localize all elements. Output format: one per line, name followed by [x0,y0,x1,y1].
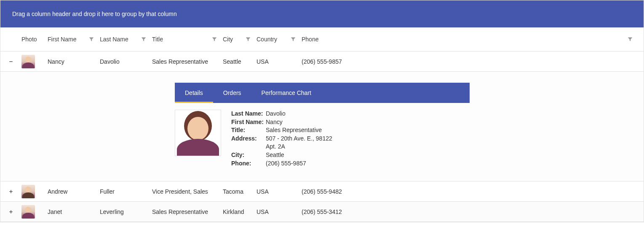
field-label: Phone: [231,159,266,168]
field-city: City: Seattle [231,151,332,159]
photo-cell [21,185,48,198]
cell-title: Sales Representative [152,56,223,68]
cell-lastname: Fuller [100,186,152,197]
cell-title: Sales Representative [152,206,223,218]
header-photo[interactable]: Photo [21,30,48,49]
cell-firstname: Janet [48,206,100,218]
field-lastname: Last Name: Davolio [231,110,332,118]
plus-icon [8,189,13,194]
header-phone[interactable]: Phone [302,27,644,51]
tab-orders[interactable]: Orders [213,83,251,103]
filter-icon[interactable] [208,33,220,45]
detail-fields: Last Name: Davolio First Name: Nancy Tit… [231,110,332,168]
field-address: Address: 507 - 20th Ave. E., 98122 [231,135,332,143]
field-firstname: First Name: Nancy [231,118,332,127]
group-hint: Drag a column header and drop it here to… [12,11,177,17]
expand-button[interactable] [0,209,21,214]
header-firstname[interactable]: First Name [48,27,100,51]
detail-panel: Details Orders Performance Chart Last Na… [0,72,644,181]
filter-icon[interactable] [624,33,636,45]
tab-orders-label: Orders [223,89,241,96]
detail-photo [175,110,221,156]
field-label [231,143,266,151]
field-label: Title: [231,126,266,135]
tab-details[interactable]: Details [175,83,213,103]
cell-country: USA [257,186,302,197]
tab-performance-label: Performance Chart [262,89,311,96]
cell-lastname: Davolio [100,56,152,68]
cell-phone: (206) 555-9482 [302,186,644,197]
field-label: First Name: [231,118,266,127]
group-panel[interactable]: Drag a column header and drop it here to… [0,0,644,27]
header-country-label: Country [257,36,277,43]
field-phone: Phone: (206) 555-9857 [231,159,332,168]
photo-cell [21,55,48,68]
filter-icon[interactable] [138,33,150,45]
avatar [21,185,35,198]
header-title[interactable]: Title [152,27,223,51]
expand-button[interactable] [0,189,21,194]
field-value: Seattle [266,151,332,159]
field-value: Apt. 2A [266,143,332,151]
column-header-row: Photo First Name Last Name Title City [0,27,644,51]
photo-cell [21,205,48,219]
detail-content: Last Name: Davolio First Name: Nancy Tit… [175,103,644,168]
field-value: Sales Representative [266,126,332,135]
header-photo-label: Photo [21,36,37,43]
header-lastname[interactable]: Last Name [100,27,152,51]
cell-title: Vice President, Sales [152,186,223,197]
field-label: Last Name: [231,110,266,118]
grid: Drag a column header and drop it here to… [0,0,644,222]
table-row[interactable]: Janet Leverling Sales Representative Kir… [0,202,644,222]
header-lastname-label: Last Name [100,36,128,43]
header-title-label: Title [152,36,163,43]
cell-phone: (206) 555-9857 [302,56,644,68]
tab-details-label: Details [185,89,203,96]
field-value: Nancy [266,118,332,127]
cell-lastname: Leverling [100,206,152,218]
avatar [21,55,35,68]
field-value: 507 - 20th Ave. E., 98122 [266,135,332,143]
filter-icon[interactable] [287,33,299,45]
field-label: City: [231,151,266,159]
field-value: (206) 555-9857 [266,159,332,168]
cell-country: USA [257,206,302,218]
tabstrip: Details Orders Performance Chart [175,83,470,103]
tab-performance[interactable]: Performance Chart [251,83,321,103]
filter-icon[interactable] [242,33,254,45]
filter-icon[interactable] [86,33,97,45]
field-value: Davolio [266,110,332,118]
plus-icon [8,209,13,214]
header-city-label: City [223,36,233,43]
table-row[interactable]: Nancy Davolio Sales Representative Seatt… [0,51,644,72]
field-title: Title: Sales Representative [231,126,332,135]
field-label: Address: [231,135,266,143]
header-firstname-label: First Name [48,36,76,43]
header-country[interactable]: Country [257,27,302,51]
header-city[interactable]: City [223,27,257,51]
header-phone-label: Phone [302,36,318,43]
table-row[interactable]: Andrew Fuller Vice President, Sales Taco… [0,181,644,202]
cell-firstname: Andrew [48,186,100,197]
cell-phone: (206) 555-3412 [302,206,644,218]
cell-city: Kirkland [223,206,257,218]
cell-firstname: Nancy [48,56,100,68]
collapse-button[interactable] [0,59,21,64]
avatar [179,114,217,156]
cell-country: USA [257,56,302,68]
cell-city: Seattle [223,56,257,68]
avatar [21,205,35,219]
cell-city: Tacoma [223,186,257,197]
minus-icon [8,59,13,64]
field-address2: Apt. 2A [231,143,332,151]
